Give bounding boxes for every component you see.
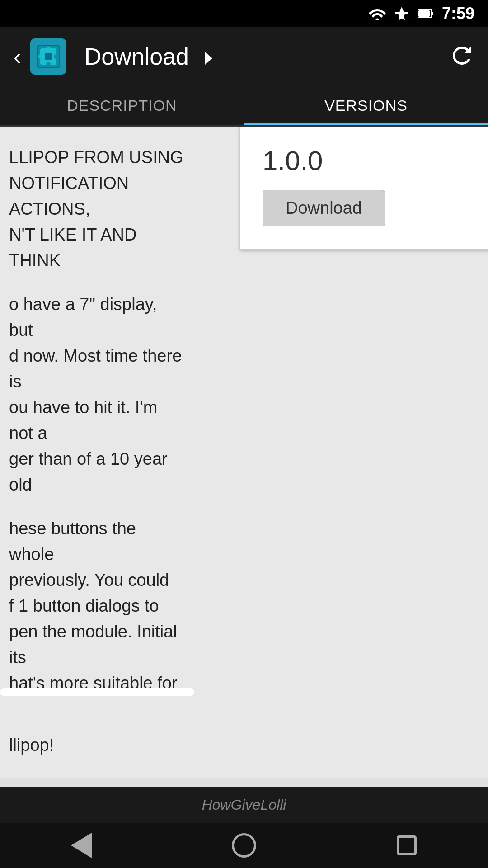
nav-recent-icon (397, 835, 417, 855)
desc-line-12: f 1 button dialogs to (9, 593, 185, 619)
desc-line-2: NOTIFICATION ACTIONS, (9, 170, 185, 222)
svg-rect-8 (46, 62, 51, 66)
desc-line-17: llipop! (9, 732, 185, 758)
svg-point-0 (375, 19, 379, 21)
status-time: 7:59 (442, 4, 474, 23)
app-bar-left: ‹ Download (14, 38, 212, 75)
desc-spacer-1 (9, 274, 185, 292)
status-bar: 7:59 (0, 0, 488, 27)
nav-back-icon (71, 833, 92, 858)
tab-bar: Description Versions (0, 86, 488, 127)
airplane-icon (394, 6, 409, 21)
tab-description-label: Description (67, 97, 177, 114)
navigation-bar (0, 823, 488, 868)
desc-line-10: hese buttons the whole (9, 516, 185, 567)
status-icons: 7:59 (369, 4, 474, 23)
version-card: 1.0.0 Download (239, 127, 488, 250)
scroll-indicator (0, 688, 194, 696)
svg-rect-3 (418, 10, 430, 17)
bottom-bar-text: HowGiveLolli (202, 797, 286, 813)
desc-line-7: ou have to hit it. I'm not a (9, 395, 185, 446)
app-bar: ‹ Download (0, 27, 488, 86)
app-bar-title: Download (84, 43, 189, 70)
svg-rect-10 (45, 53, 52, 60)
refresh-button[interactable] (449, 43, 474, 70)
desc-line-1: LLIPOP FROM USING (9, 145, 185, 170)
main-content: LLIPOP FROM USING NOTIFICATION ACTIONS, … (0, 127, 488, 778)
refresh-icon (449, 43, 474, 68)
back-button[interactable]: ‹ (14, 45, 21, 68)
tab-active-indicator (244, 123, 488, 125)
svg-rect-9 (38, 54, 43, 59)
desc-line-6: d now. Most time there is (9, 343, 185, 395)
tab-versions-label: Versions (324, 97, 408, 114)
tab-description[interactable]: Description (0, 86, 244, 125)
app-icon (30, 38, 66, 75)
desc-line-8: ger than of a 10 year old (9, 446, 185, 498)
svg-rect-2 (432, 12, 433, 15)
desc-spacer-2 (9, 498, 185, 516)
desc-line-5: o have a 7" display, but (9, 292, 185, 343)
nav-back-button[interactable] (63, 827, 99, 863)
bottom-info-bar: HowGiveLolli (0, 787, 488, 823)
download-button[interactable]: Download (263, 190, 385, 226)
puzzle-icon (35, 43, 62, 70)
tab-versions[interactable]: Versions (244, 86, 488, 125)
desc-line-11: previously. You could (9, 567, 185, 593)
desc-line-3: N'T LIKE IT AND THINK (9, 222, 185, 274)
svg-rect-6 (46, 47, 51, 51)
description-panel: LLIPOP FROM USING NOTIFICATION ACTIONS, … (0, 127, 194, 776)
version-number: 1.0.0 (263, 145, 465, 176)
wifi-icon (369, 7, 386, 20)
nav-home-button[interactable] (226, 827, 262, 863)
desc-line-13: pen the module. Initial its (9, 619, 185, 670)
nav-recent-button[interactable] (389, 827, 425, 863)
nav-home-icon (232, 833, 256, 858)
desc-spacer-3 (9, 696, 185, 732)
svg-rect-7 (54, 54, 58, 59)
dropdown-arrow-icon (205, 52, 212, 65)
battery-icon (418, 9, 434, 19)
